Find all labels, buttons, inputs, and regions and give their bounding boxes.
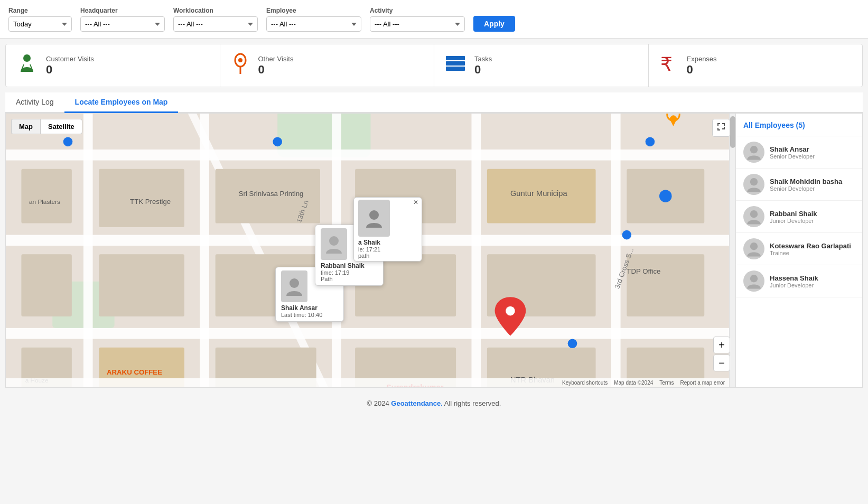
popup-path-3: path	[358, 253, 417, 259]
tabs-bar: Activity Log Locate Employees on Map	[5, 92, 863, 113]
footer-rights: All rights reserved.	[443, 399, 501, 407]
employee-item-0[interactable]: Shaik Ansar Senior Developer	[736, 136, 862, 169]
map-zoom-controls: + −	[713, 337, 730, 371]
stats-row: Customer Visits 0 Other Visits 0 Tas	[5, 44, 863, 87]
tab-activity-log[interactable]: Activity Log	[5, 92, 64, 113]
employee-info-2: Rabbani Shaik Junior Developer	[770, 210, 817, 224]
employee-info-3: Koteswara Rao Garlapati Trainee	[770, 242, 851, 256]
activity-filter-group: Activity --- All ---	[370, 7, 465, 32]
employee-info-4: Hassena Shaik Junior Developer	[770, 274, 818, 288]
svg-rect-19	[471, 114, 481, 387]
footer-brand[interactable]: Geoattendance.	[391, 399, 443, 407]
popup-avatar-3	[358, 200, 390, 237]
popup-avatar-2	[321, 228, 347, 260]
svg-rect-35	[99, 254, 184, 316]
svg-text:Guntur Municipa: Guntur Municipa	[510, 189, 568, 198]
popup-name-3: a Shaik	[358, 239, 417, 246]
svg-rect-6	[446, 61, 465, 66]
other-visits-label: Other Visits	[258, 55, 294, 63]
stat-card-tasks: Tasks 0	[434, 44, 649, 87]
svg-rect-16	[83, 114, 93, 387]
svg-point-82	[750, 275, 758, 282]
popup-a-shaik: ✕ a Shaik ie: 17:21 path	[353, 197, 422, 262]
map-terms[interactable]: Terms	[659, 380, 674, 386]
employee-item-2[interactable]: Rabbani Shaik Junior Developer	[736, 201, 862, 233]
worklocation-select[interactable]: --- All ---	[173, 16, 258, 32]
customer-visits-label: Customer Visits	[46, 55, 94, 63]
map-data: Map data ©2024	[614, 380, 653, 386]
zoom-in-button[interactable]: +	[713, 337, 730, 353]
expenses-info: Expenses 0	[687, 55, 717, 77]
employee-item-3[interactable]: Koteswara Rao Garlapati Trainee	[736, 233, 862, 265]
apply-button[interactable]: Apply	[473, 16, 515, 32]
map-scrollbar-thumb[interactable]	[730, 116, 735, 148]
employee-role-2: Junior Developer	[770, 218, 817, 224]
popup-time-1: Last time: 10:40	[281, 312, 338, 318]
expenses-icon: ₹	[659, 53, 678, 78]
svg-rect-7	[446, 67, 465, 71]
employee-item-4[interactable]: Hassena Shaik Junior Developer	[736, 265, 862, 297]
employee-name-3: Koteswara Rao Garlapati	[770, 242, 851, 250]
svg-point-0	[23, 54, 31, 62]
svg-text:Sri Srinivasa Printing: Sri Srinivasa Printing	[239, 190, 304, 198]
employee-name-1: Shaik Mohiddin basha	[770, 178, 842, 185]
headquarter-filter-group: Headquarter --- All ---	[80, 7, 165, 32]
popup-close-3[interactable]: ✕	[413, 199, 418, 206]
svg-point-61	[63, 137, 73, 147]
svg-rect-12	[6, 150, 735, 161]
stat-card-other-visits: Other Visits 0	[220, 44, 435, 87]
svg-point-77	[369, 210, 379, 220]
employee-role-3: Trainee	[770, 250, 851, 256]
activity-select[interactable]: --- All ---	[370, 16, 465, 32]
range-label: Range	[8, 7, 72, 14]
tasks-label: Tasks	[474, 55, 492, 63]
svg-point-69	[506, 306, 515, 316]
svg-rect-28	[21, 169, 71, 223]
zoom-out-button[interactable]: −	[713, 354, 730, 371]
employee-avatar-2	[743, 206, 764, 227]
footer: © 2024 Geoattendance. All rights reserve…	[0, 394, 868, 413]
svg-point-78	[750, 146, 758, 153]
worklocation-filter-group: Worklocation --- All ---	[173, 7, 258, 32]
keyboard-shortcuts[interactable]: Keyboard shortcuts	[562, 380, 608, 386]
satellite-button[interactable]: Satellite	[40, 119, 82, 134]
footer-copyright: © 2024	[367, 399, 391, 407]
svg-rect-34	[21, 254, 71, 316]
employee-role-1: Senior Developer	[770, 185, 842, 192]
employee-avatar-4	[743, 270, 764, 292]
fullscreen-button[interactable]	[712, 119, 730, 137]
popup-time-2: time: 17:19	[321, 269, 378, 276]
map-container[interactable]: Honey Mobiles Sri Srinivasa Printing TTK…	[5, 113, 736, 388]
tab-locate-employees[interactable]: Locate Employees on Map	[64, 92, 179, 113]
employee-info-0: Shaik Ansar Senior Developer	[770, 145, 815, 160]
employee-select[interactable]: --- All ---	[266, 16, 361, 32]
svg-rect-14	[6, 328, 735, 339]
svg-point-4	[238, 58, 242, 62]
stat-card-expenses: ₹ Expenses 0	[649, 44, 863, 87]
svg-text:TDP Office: TDP Office	[627, 267, 660, 275]
svg-rect-39	[627, 254, 704, 316]
headquarter-label: Headquarter	[80, 7, 165, 14]
map-button[interactable]: Map	[11, 119, 40, 134]
customer-visits-icon	[16, 53, 38, 78]
employee-role-0: Senior Developer	[770, 153, 815, 160]
map-attribution: Keyboard shortcuts Map data ©2024 Terms …	[6, 378, 729, 387]
svg-point-76	[329, 236, 339, 246]
map-report-error[interactable]: Report a map error	[680, 380, 725, 386]
employee-avatar-3	[743, 238, 764, 259]
range-select[interactable]: Today Yesterday This Week This Month	[8, 16, 72, 32]
map-view-controls: Map Satellite	[11, 119, 82, 134]
svg-point-65	[568, 339, 577, 348]
worklocation-label: Worklocation	[173, 7, 258, 14]
employee-filter-group: Employee --- All ---	[266, 7, 361, 32]
employee-item-1[interactable]: Shaik Mohiddin basha Senior Developer	[736, 169, 862, 201]
headquarter-select[interactable]: --- All ---	[80, 16, 165, 32]
svg-text:TTK Prestige: TTK Prestige	[130, 198, 171, 206]
svg-point-79	[750, 178, 758, 185]
employee-avatar-1	[743, 174, 764, 195]
popup-name-2: Rabbani Shaik	[321, 262, 378, 269]
other-visits-icon	[231, 53, 250, 78]
svg-point-75	[290, 278, 299, 288]
svg-text:₹: ₹	[660, 53, 673, 74]
customer-visits-value: 0	[46, 63, 94, 77]
